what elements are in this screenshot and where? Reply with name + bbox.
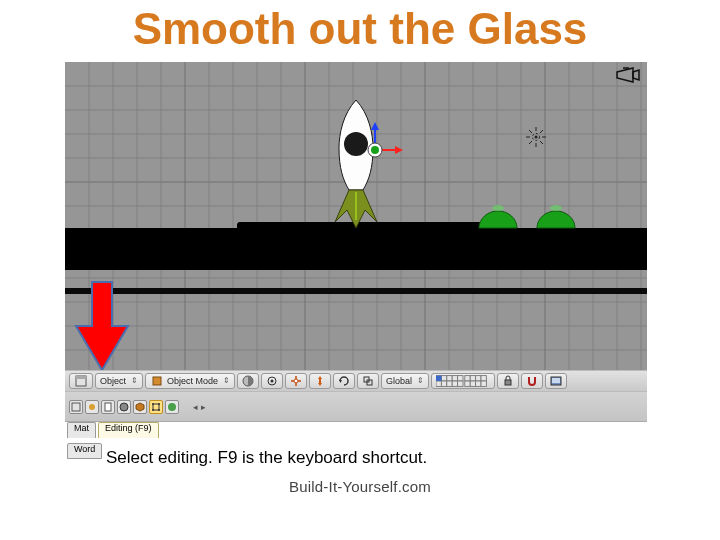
- context-object-icon[interactable]: [133, 400, 147, 414]
- svg-rect-80: [458, 381, 463, 386]
- svg-rect-74: [476, 376, 481, 381]
- tab-word-row: Word: [67, 438, 102, 459]
- callout-arrow: [72, 278, 132, 374]
- orientation-select[interactable]: Global ⇕: [381, 373, 429, 389]
- lamp-icon: [525, 126, 547, 148]
- svg-rect-76: [436, 381, 441, 386]
- floor-shadow: [65, 288, 647, 294]
- svg-rect-93: [153, 404, 159, 410]
- svg-rect-84: [481, 381, 486, 386]
- svg-rect-75: [481, 376, 486, 381]
- svg-rect-81: [465, 381, 470, 386]
- svg-rect-89: [72, 403, 80, 411]
- svg-point-95: [158, 403, 160, 405]
- scale-icon[interactable]: [357, 373, 379, 389]
- context-script-icon[interactable]: [101, 400, 115, 414]
- slide-caption: Select editing. F9 is the keyboard short…: [106, 448, 427, 468]
- svg-point-92: [120, 403, 128, 411]
- svg-line-43: [540, 141, 543, 144]
- translate-icon[interactable]: [309, 373, 331, 389]
- chevron-updown-icon: ⇕: [131, 378, 138, 384]
- slide-footer: Build-It-Yourself.com: [0, 478, 720, 495]
- pivot-icon[interactable]: [261, 373, 283, 389]
- dome-object-a: [477, 192, 519, 230]
- editor-type-icon[interactable]: [69, 373, 93, 389]
- svg-point-96: [152, 409, 154, 411]
- svg-point-97: [158, 409, 160, 411]
- chevron-updown-icon: ⇕: [417, 378, 424, 384]
- svg-rect-91: [105, 403, 111, 411]
- svg-line-45: [529, 141, 532, 144]
- svg-marker-63: [318, 376, 322, 386]
- chevron-updown-icon: ⇕: [223, 378, 230, 384]
- view3d-header: Object ⇕ Object Mode ⇕ Global ⇕: [65, 370, 647, 392]
- lock-icon[interactable]: [497, 373, 519, 389]
- context-editing-icon[interactable]: [149, 400, 163, 414]
- svg-rect-68: [441, 376, 446, 381]
- snap-icon[interactable]: [521, 373, 543, 389]
- orientation-label: Global: [386, 376, 412, 386]
- rotate-icon[interactable]: [333, 373, 355, 389]
- svg-rect-82: [470, 381, 475, 386]
- svg-point-98: [168, 403, 176, 411]
- svg-rect-72: [465, 376, 470, 381]
- svg-rect-71: [458, 376, 463, 381]
- camera-icon: [615, 64, 641, 86]
- viewport-3d[interactable]: [65, 62, 647, 370]
- object-mode-icon: [150, 374, 164, 388]
- svg-point-54: [492, 205, 504, 211]
- svg-rect-86: [505, 380, 511, 385]
- floor-band: [65, 228, 647, 270]
- svg-line-42: [529, 130, 532, 133]
- svg-point-55: [550, 205, 562, 211]
- svg-rect-73: [470, 376, 475, 381]
- manipulator-toggle-icon[interactable]: [285, 373, 307, 389]
- svg-rect-83: [476, 381, 481, 386]
- svg-rect-78: [447, 381, 452, 386]
- dome-object-b: [535, 192, 577, 230]
- slide-title: Smooth out the Glass: [0, 4, 720, 54]
- tab-mat[interactable]: Mat: [67, 422, 96, 438]
- svg-line-44: [540, 130, 543, 133]
- svg-rect-57: [76, 376, 86, 379]
- render-icon[interactable]: [545, 373, 567, 389]
- tooltip-editing: Editing (F9): [98, 422, 159, 438]
- panel-tabs: Mat Editing (F9): [65, 422, 647, 438]
- buttons-window-header: ◂ ▸: [65, 392, 647, 422]
- tab-word[interactable]: Word: [67, 443, 102, 459]
- layers-widget[interactable]: [431, 373, 495, 389]
- svg-rect-88: [552, 378, 560, 383]
- context-shading-icon[interactable]: [117, 400, 131, 414]
- mode-select[interactable]: Object Mode ⇕: [145, 373, 235, 389]
- editor-type-icon[interactable]: [69, 400, 83, 414]
- frame-nav-icon[interactable]: ◂ ▸: [193, 402, 206, 412]
- svg-point-53: [371, 146, 379, 154]
- shading-icon[interactable]: [237, 373, 259, 389]
- svg-point-61: [271, 380, 274, 383]
- svg-rect-58: [153, 377, 161, 385]
- context-scene-icon[interactable]: [165, 400, 179, 414]
- view-menu[interactable]: Object ⇕: [95, 373, 143, 389]
- mode-label: Object Mode: [167, 376, 218, 386]
- gizmo-3d[interactable]: [347, 122, 403, 178]
- svg-rect-85: [436, 376, 441, 381]
- view-menu-label: Object: [100, 376, 126, 386]
- svg-rect-70: [452, 376, 457, 381]
- svg-marker-49: [371, 122, 379, 130]
- svg-point-37: [535, 136, 538, 139]
- svg-point-62: [294, 379, 298, 383]
- svg-point-94: [152, 403, 154, 405]
- svg-marker-64: [339, 380, 342, 383]
- svg-rect-77: [441, 381, 446, 386]
- svg-marker-51: [395, 146, 403, 154]
- svg-rect-69: [447, 376, 452, 381]
- svg-point-90: [89, 404, 95, 410]
- context-logic-icon[interactable]: [85, 400, 99, 414]
- svg-rect-79: [452, 381, 457, 386]
